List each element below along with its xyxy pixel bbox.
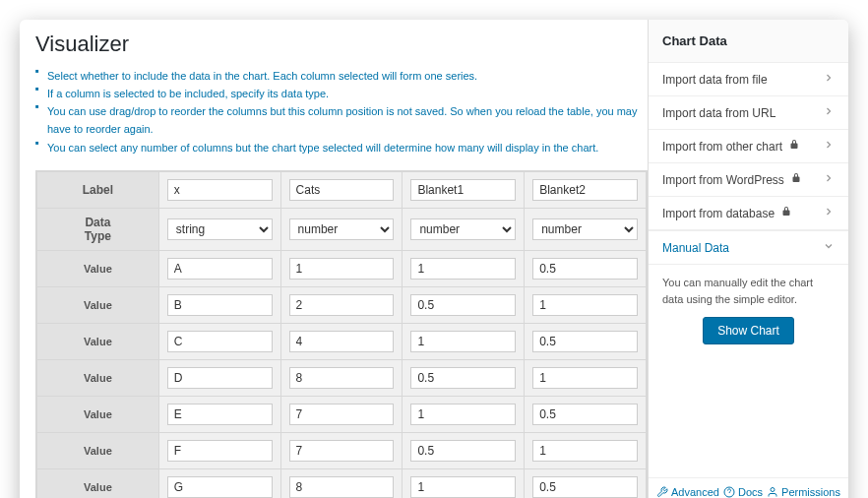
accordion-item-manual-data[interactable]: Manual Data [649,231,848,265]
accordion-body: You can manually edit the chart data usi… [649,265,848,358]
accordion-label: Import data from URL [662,106,775,120]
value-cell [158,396,280,432]
lock-icon [788,139,800,154]
accordion-item[interactable]: Import from other chart [649,130,848,163]
value-cell [280,323,403,359]
value-input[interactable] [410,476,516,498]
column-label-input[interactable] [289,179,395,201]
app-window: Visualizer Select whether to include the… [20,20,848,498]
label-cell [158,171,280,208]
value-cell [280,250,403,286]
chevron-right-icon [823,72,835,87]
docs-link[interactable]: Docs [723,486,763,498]
sidebar: Chart Data Import data from fileImport d… [648,20,848,498]
sidebar-title: Chart Data [649,20,848,63]
column-type-select[interactable]: number [532,218,638,240]
value-input[interactable] [289,331,395,352]
chevron-right-icon [823,105,835,120]
manual-data-description: You can manually edit the chart data usi… [662,275,835,307]
column-label-input[interactable] [167,179,273,201]
accordion-item[interactable]: Import from database [649,197,848,230]
accordion: Import data from fileImport data from UR… [649,63,848,231]
type-cell: string [158,208,280,250]
value-input[interactable] [167,331,273,352]
value-row-header: Value [37,250,159,286]
value-input[interactable] [167,258,273,280]
value-row-header: Value [37,323,159,359]
accordion-item[interactable]: Import data from URL [649,96,848,130]
value-cell [280,468,403,498]
value-cell [280,432,403,468]
value-cell [525,323,647,359]
tips-list: Select whether to include the data in th… [35,67,648,156]
value-cell [525,432,647,468]
value-cell [158,323,280,359]
value-input[interactable] [289,404,395,425]
column-type-select[interactable]: number [289,218,395,240]
data-table: LabelDataTypestringnumbernumbernumberVal… [35,170,648,498]
value-input[interactable] [289,476,395,498]
chevron-right-icon [823,206,835,220]
value-input[interactable] [410,258,516,280]
lock-icon [790,172,802,187]
value-cell [525,359,647,396]
type-cell: number [280,208,403,250]
page-title: Visualizer [35,31,648,57]
value-input[interactable] [410,440,516,462]
accordion-label: Import data from file [662,73,768,87]
label-cell [280,171,403,208]
value-input[interactable] [289,294,395,316]
value-cell [403,432,525,468]
value-input[interactable] [410,331,516,352]
accordion-item[interactable]: Import data from file [649,63,848,96]
value-cell [525,396,647,432]
value-input[interactable] [167,440,273,462]
value-cell [403,359,525,396]
accordion-label: Import from database [662,206,792,220]
value-cell [403,286,525,323]
value-input[interactable] [532,367,638,389]
value-row-header: Value [37,468,159,498]
type-cell: number [525,208,647,250]
accordion-item[interactable]: Import from WordPress [649,163,848,197]
advanced-link[interactable]: Advanced [656,486,719,498]
value-input[interactable] [532,258,638,280]
show-chart-button[interactable]: Show Chart [703,317,794,344]
value-cell [403,250,525,286]
type-cell: number [403,208,525,250]
tip-item: Select whether to include the data in th… [35,67,648,85]
tip-item: You can use drag/drop to reorder the col… [35,102,648,138]
value-input[interactable] [289,440,395,462]
value-input[interactable] [167,367,273,389]
value-cell [525,286,647,323]
value-input[interactable] [532,476,638,498]
value-input[interactable] [167,476,273,498]
chevron-right-icon [823,139,835,154]
value-cell [158,468,280,498]
column-type-select[interactable]: number [410,218,516,240]
value-input[interactable] [532,440,638,462]
value-input[interactable] [289,258,395,280]
column-type-select[interactable]: string [167,218,273,240]
value-input[interactable] [167,404,273,425]
chevron-down-icon [823,240,835,255]
permissions-link[interactable]: Permissions [767,486,840,498]
value-input[interactable] [289,367,395,389]
value-input[interactable] [532,331,638,352]
value-cell [403,468,525,498]
column-label-input[interactable] [410,179,516,201]
footer-links: Advanced Docs Permissions [649,477,848,498]
value-cell [158,359,280,396]
value-input[interactable] [410,367,516,389]
svg-point-2 [771,487,775,491]
value-cell [403,396,525,432]
value-row-header: Value [37,359,159,396]
value-input[interactable] [410,404,516,425]
column-label-input[interactable] [532,179,638,201]
value-cell [525,468,647,498]
value-input[interactable] [410,294,516,316]
value-input[interactable] [167,294,273,316]
value-input[interactable] [532,294,638,316]
value-input[interactable] [532,404,638,425]
main-panel: Visualizer Select whether to include the… [20,20,648,498]
